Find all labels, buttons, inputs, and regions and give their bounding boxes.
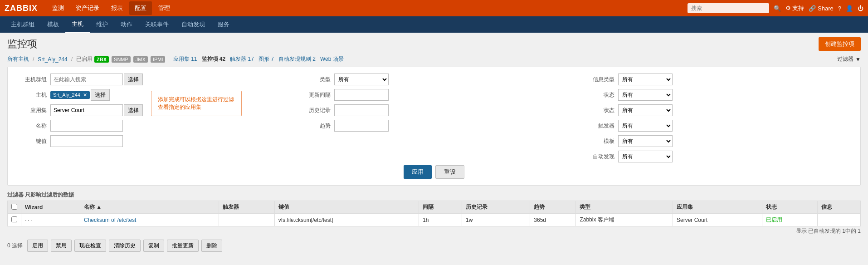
template-select[interactable]: 所有 xyxy=(618,135,673,147)
logo: ZABBIX xyxy=(5,4,38,13)
top-nav: ZABBIX 监测 资产记录 报表 配置 管理 🔍 ⚙ 支持 🔗 Share ?… xyxy=(0,0,868,16)
copy-button[interactable]: 复制 xyxy=(143,240,164,252)
nav-assets[interactable]: 资产记录 xyxy=(70,1,105,15)
nav-discovery[interactable]: 自动发现 xyxy=(175,17,211,32)
create-button[interactable]: 创建监控项 xyxy=(819,37,861,51)
breadcrumb-status: 已启用 xyxy=(76,55,93,63)
breadcrumb-all-hosts[interactable]: 所有主机 xyxy=(7,55,29,63)
history-input[interactable] xyxy=(334,104,389,116)
filter-section: 主机群组 选择 主机 Srt_Aly_244 ✕ 选择 应用集 选择 添加完成可… xyxy=(7,67,861,186)
type-select[interactable]: 所有 xyxy=(334,74,389,85)
filter-row-status1: 状态 所有 xyxy=(583,89,853,101)
filter-row-trigger: 触发器 所有 xyxy=(583,120,853,132)
col-header-trigger[interactable]: 触发器 xyxy=(219,201,275,214)
row-name[interactable]: Checksum of /etc/test xyxy=(80,214,219,226)
check-now-button[interactable]: 现在检查 xyxy=(74,240,106,252)
share-link[interactable]: 🔗 Share xyxy=(809,5,833,12)
host-group-input[interactable] xyxy=(50,74,123,85)
enable-button[interactable]: 启用 xyxy=(27,240,48,252)
auto-discover-select[interactable]: 所有 xyxy=(618,151,673,162)
reset-button[interactable]: 重设 xyxy=(435,165,464,179)
col-header-key[interactable]: 键值 xyxy=(274,201,419,214)
tag-zbx: ZBX xyxy=(94,56,109,63)
col-header-name[interactable]: 名称 ▲ xyxy=(80,201,219,214)
nav-config[interactable]: 配置 xyxy=(129,1,152,15)
filter-label: 过滤器 xyxy=(837,55,853,63)
user-icon[interactable]: 👤 xyxy=(846,5,853,12)
table-header-row: Wizard 名称 ▲ 触发器 键值 间隔 历史记录 趋势 类型 应用集 状态 … xyxy=(8,201,861,214)
col-header-interval[interactable]: 间隔 xyxy=(419,201,462,214)
batch-update-button[interactable]: 批量更新 xyxy=(167,240,199,252)
host-tag[interactable]: Srt_Aly_244 ✕ xyxy=(50,91,90,99)
nav-hosts[interactable]: 主机 xyxy=(65,16,90,33)
nav-templates[interactable]: 模板 xyxy=(41,17,65,32)
row-status[interactable]: 已启用 xyxy=(762,214,818,226)
info-type-label: 信息类型 xyxy=(583,76,614,83)
nav-reports[interactable]: 报表 xyxy=(106,1,128,15)
nav-actions[interactable]: 动作 xyxy=(114,17,139,32)
help-icon[interactable]: ? xyxy=(838,5,841,12)
status2-label: 状态 xyxy=(583,107,614,114)
col-header-status[interactable]: 状态 xyxy=(762,201,818,214)
tab-web-scenarios[interactable]: Web 场景 xyxy=(320,55,344,63)
row-name-link[interactable]: Checksum of /etc/test xyxy=(84,217,136,223)
tag-snmp: SNMP xyxy=(112,56,131,63)
nav-admin[interactable]: 管理 xyxy=(153,1,176,15)
select-all-checkbox[interactable] xyxy=(11,204,17,210)
col-header-history[interactable]: 历史记录 xyxy=(462,201,530,214)
tab-triggers[interactable]: 触发器 17 xyxy=(230,55,254,63)
dots-menu[interactable]: ··· xyxy=(25,216,33,224)
col-header-app-set[interactable]: 应用集 xyxy=(673,201,762,214)
info-type-select[interactable]: 所有 xyxy=(618,74,673,85)
host-group-select-btn[interactable]: 选择 xyxy=(124,74,143,85)
row-select-checkbox[interactable] xyxy=(11,216,17,222)
filter-buttons: 应用 重设 xyxy=(15,165,853,179)
key-input[interactable] xyxy=(50,135,123,147)
trend-input[interactable] xyxy=(334,120,389,132)
col-header-type[interactable]: 类型 xyxy=(576,201,673,214)
search-icon[interactable]: 🔍 xyxy=(774,5,781,12)
breadcrumb-host[interactable]: Srt_Aly_244 xyxy=(38,56,67,63)
trigger-label: 触发器 xyxy=(583,122,614,130)
filter-toggle[interactable]: 过滤器 ▼ xyxy=(837,55,861,63)
filter-row-host-group: 主机群组 选择 xyxy=(15,74,285,85)
disable-button[interactable]: 禁用 xyxy=(51,240,72,252)
nav-events[interactable]: 关联事件 xyxy=(139,17,175,32)
row-trend: 365d xyxy=(530,214,576,226)
tag-ipmi: IPMI xyxy=(151,56,166,63)
nav-services[interactable]: 服务 xyxy=(211,17,236,32)
col-header-trend[interactable]: 趋势 xyxy=(530,201,576,214)
second-nav: 主机群组 模板 主机 维护 动作 关联事件 自动发现 服务 xyxy=(0,16,868,33)
nav-maintenance[interactable]: 维护 xyxy=(90,17,114,32)
tab-graphs[interactable]: 图形 7 xyxy=(258,55,274,63)
update-interval-input[interactable] xyxy=(334,89,389,101)
filter-row-type: 类型 所有 xyxy=(299,74,569,85)
filter-row-template: 模板 所有 xyxy=(583,135,853,147)
tab-monitor-items[interactable]: 监控项 42 xyxy=(202,55,226,63)
status1-select[interactable]: 所有 xyxy=(618,89,673,101)
clear-history-button[interactable]: 清除历史 xyxy=(109,240,141,252)
tab-app-sets[interactable]: 应用集 11 xyxy=(173,55,197,63)
support-link[interactable]: ⚙ 支持 xyxy=(785,4,805,12)
search-input[interactable] xyxy=(688,3,769,13)
nav-host-groups[interactable]: 主机群组 xyxy=(5,17,41,32)
status1-label: 状态 xyxy=(583,91,614,99)
status2-select[interactable]: 所有 xyxy=(618,104,673,116)
apply-button[interactable]: 应用 xyxy=(404,165,432,179)
trigger-select[interactable]: 所有 xyxy=(618,120,673,132)
row-wizard[interactable]: ··· xyxy=(21,214,80,226)
tab-auto-discovery[interactable]: 自动发现规则 2 xyxy=(278,55,316,63)
host-tag-remove[interactable]: ✕ xyxy=(83,92,87,98)
row-checkbox[interactable] xyxy=(8,214,21,226)
key-label: 键值 xyxy=(15,137,47,145)
col-header-checkbox[interactable] xyxy=(8,201,21,214)
template-label: 模板 xyxy=(583,137,614,145)
delete-button[interactable]: 删除 xyxy=(201,240,222,252)
logout-icon[interactable]: ⏻ xyxy=(858,5,863,12)
status-enabled[interactable]: 已启用 xyxy=(766,216,782,223)
name-input[interactable] xyxy=(50,120,123,132)
trend-label: 趋势 xyxy=(299,122,331,130)
row-app-set: Server Court xyxy=(673,214,762,226)
breadcrumb-sep1: / xyxy=(33,56,34,63)
nav-monitor[interactable]: 监测 xyxy=(47,1,69,15)
